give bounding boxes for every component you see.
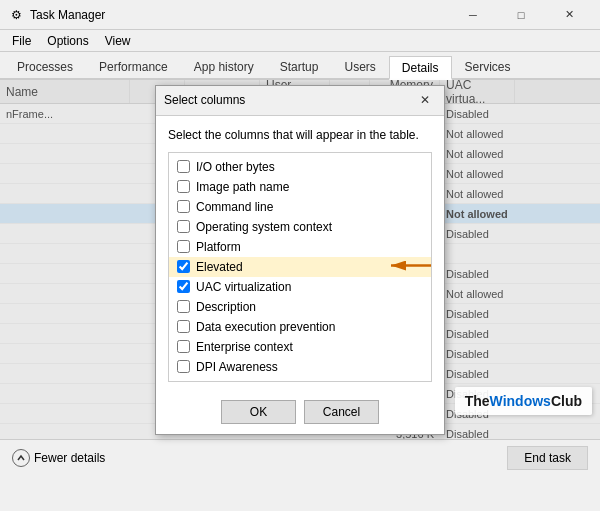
menu-view[interactable]: View [97,32,139,50]
tab-app-history[interactable]: App history [181,54,267,78]
dpi-checkbox[interactable] [177,360,190,373]
uac-virt-label: UAC virtualization [196,280,291,294]
tab-details[interactable]: Details [389,56,452,80]
select-columns-dialog: Select columns ✕ Select the columns that… [155,85,445,435]
ok-button[interactable]: OK [221,400,296,424]
tab-processes[interactable]: Processes [4,54,86,78]
menu-options[interactable]: Options [39,32,96,50]
title-bar: ⚙ Task Manager ─ □ ✕ [0,0,600,30]
title-bar-controls: ─ □ ✕ [450,0,592,30]
dep-checkbox[interactable] [177,320,190,333]
command-line-label: Command line [196,200,273,214]
description-checkbox[interactable] [177,300,190,313]
platform-checkbox[interactable] [177,240,190,253]
watermark-text3: Club [551,393,582,409]
dialog-description: Select the columns that will appear in t… [168,128,432,142]
command-line-checkbox[interactable] [177,200,190,213]
tab-startup[interactable]: Startup [267,54,332,78]
io-other-bytes-checkbox[interactable] [177,160,190,173]
list-item-elevated[interactable]: Elevated [169,257,431,277]
image-path-checkbox[interactable] [177,180,190,193]
menu-bar: File Options View [0,30,600,52]
app-icon: ⚙ [8,7,24,23]
enterprise-label: Enterprise context [196,340,293,354]
elevated-checkbox[interactable] [177,260,190,273]
watermark-text2: Windows [490,393,551,409]
list-item[interactable]: Description [169,297,431,317]
title-bar-text: Task Manager [30,8,450,22]
dialog-footer: OK Cancel [156,390,444,434]
enterprise-checkbox[interactable] [177,340,190,353]
tab-performance[interactable]: Performance [86,54,181,78]
close-button[interactable]: ✕ [546,0,592,30]
os-context-checkbox[interactable] [177,220,190,233]
list-item[interactable]: Image path name [169,177,431,197]
watermark: TheWindowsClub [455,387,592,415]
dpi-label: DPI Awareness [196,360,278,374]
minimize-button[interactable]: ─ [450,0,496,30]
tab-users[interactable]: Users [331,54,388,78]
fewer-details-label: Fewer details [34,451,105,465]
description-label: Description [196,300,256,314]
platform-label: Platform [196,240,241,254]
dialog-close-button[interactable]: ✕ [414,89,436,111]
list-item[interactable]: UAC virtualization [169,277,431,297]
checkbox-list[interactable]: I/O other bytes Image path name Command … [168,152,432,382]
arrow-icon [381,255,432,275]
dialog-title-bar: Select columns ✕ [156,86,444,116]
watermark-text1: The [465,393,490,409]
tab-services[interactable]: Services [452,54,524,78]
dialog-title: Select columns [164,93,414,107]
list-item[interactable]: Command line [169,197,431,217]
dep-label: Data execution prevention [196,320,335,334]
end-task-button[interactable]: End task [507,446,588,470]
list-item[interactable]: DPI Awareness [169,357,431,377]
elevated-label: Elevated [196,260,243,274]
list-item[interactable]: Enterprise context [169,337,431,357]
bottom-bar: Fewer details End task [0,439,600,475]
uac-virt-checkbox[interactable] [177,280,190,293]
dialog-body: Select the columns that will appear in t… [156,116,444,390]
list-item[interactable]: Operating system context [169,217,431,237]
list-item[interactable]: Platform [169,237,431,257]
io-other-bytes-label: I/O other bytes [196,160,275,174]
image-path-label: Image path name [196,180,289,194]
cancel-button[interactable]: Cancel [304,400,379,424]
menu-file[interactable]: File [4,32,39,50]
chevron-up-icon [12,449,30,467]
fewer-details-button[interactable]: Fewer details [12,449,105,467]
dialog-overlay: Select columns ✕ Select the columns that… [0,80,600,439]
tab-bar: Processes Performance App history Startu… [0,52,600,80]
list-item[interactable]: I/O other bytes [169,157,431,177]
os-context-label: Operating system context [196,220,332,234]
list-item[interactable]: Data execution prevention [169,317,431,337]
maximize-button[interactable]: □ [498,0,544,30]
main-content: Name PID Status User name CPU Memory (a.… [0,80,600,475]
